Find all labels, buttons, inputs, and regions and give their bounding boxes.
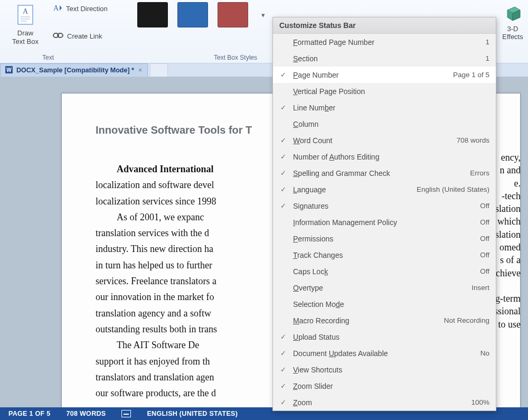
status-word-count[interactable]: 708 WORDS [66,410,106,417]
text-box-icon: A [16,0,34,29]
svg-text:A: A [23,7,29,15]
menu-item-label: Track Changes [293,251,476,259]
effects-3d-label: 3-D Effects [502,25,523,41]
style-swatch-red[interactable] [218,2,248,27]
status-bar-menu-item[interactable]: Macro RecordingNot Recording [273,312,496,329]
status-page[interactable]: PAGE 1 OF 5 [8,410,50,417]
menu-item-label: Spelling and Grammar Check [293,169,466,178]
draw-text-box-button[interactable]: A Draw Text Box [4,0,46,45]
check-icon: ✓ [273,398,293,406]
status-bar-menu-item[interactable]: ✓Line Number [273,99,496,116]
menu-item-label: View Shortcuts [293,366,485,374]
status-bar-menu-item[interactable]: ✓Number of Authors Editing [273,148,496,165]
doc-right-fragments: ency, n and e. -tech slation which slati… [494,151,521,331]
check-icon: ✓ [273,153,293,161]
menu-item-value: 1 [481,54,489,62]
status-bar-menu-item[interactable]: Track ChangesOff [273,247,496,263]
status-proofing-icon[interactable] [121,410,131,417]
text-group-label: Text [42,54,54,61]
cube-icon [502,2,524,24]
menu-item-value: Off [476,251,489,259]
menu-item-label: Document Updates Available [293,349,476,358]
status-bar-menu-item[interactable]: ✓Zoom100% [273,394,496,410]
status-language[interactable]: ENGLISH (UNITED STATES) [147,410,238,417]
status-bar-menu-item[interactable]: Selection Mode [273,296,496,312]
menu-item-label: Information Management Policy [293,218,476,227]
check-icon: ✓ [273,71,293,79]
status-bar-menu-item[interactable]: ✓Document Updates AvailableNo [273,345,496,361]
menu-item-label: Permissions [293,235,476,243]
check-icon: ✓ [273,382,293,390]
menu-item-value: Page 1 of 5 [449,71,489,79]
svg-text:A: A [53,4,59,12]
tab-close-button[interactable]: × [137,67,143,74]
check-icon: ✓ [273,202,293,210]
check-icon: ✓ [273,366,293,374]
status-bar-menu-item[interactable]: Section1 [273,50,496,67]
menu-item-label: Zoom [293,398,467,407]
menu-item-value: 1 [481,38,489,46]
menu-item-label: Line Number [293,104,485,112]
link-icon [52,32,64,41]
check-icon: ✓ [273,333,293,341]
text-direction-button[interactable]: A Text Direction [50,2,110,15]
check-icon: ✓ [273,169,293,177]
status-bar-menu-item[interactable]: Formatted Page Number1 [273,34,496,50]
document-tab-title: DOCX_Sample [Compatibility Mode] * [16,67,134,74]
menu-item-value: English (United States) [412,185,489,193]
check-icon: ✓ [273,136,293,144]
menu-item-label: Page Number [293,71,449,79]
status-bar-menu-item[interactable]: ✓Zoom Slider [273,378,496,394]
word-doc-icon: W [5,66,13,76]
status-bar-menu-item[interactable]: ✓Page NumberPage 1 of 5 [273,67,496,83]
menu-item-label: Signatures [293,202,476,210]
menu-item-value: Insert [467,284,489,292]
document-tab-active[interactable]: W DOCX_Sample [Compatibility Mode] * × [0,63,148,77]
menu-item-label: Language [293,185,412,194]
text-direction-label: Text Direction [66,5,108,13]
menu-item-label: Overtype [293,284,467,292]
menu-item-value: Not Recording [440,316,489,324]
status-bar-menu-item[interactable]: ✓SignaturesOff [273,198,496,214]
menu-item-label: Upload Status [293,333,485,341]
menu-item-label: Zoom Slider [293,382,485,390]
text-box-styles-label: Text Box Styles [214,54,257,61]
create-link-button[interactable]: Create Link [50,31,104,42]
text-direction-icon: A [52,3,63,14]
menu-header: Customize Status Bar [273,17,496,34]
svg-text:W: W [6,67,12,73]
menu-item-value: 708 words [452,136,489,144]
status-bar-menu-item[interactable]: Vertical Page Position [273,83,496,99]
menu-item-label: Column [293,120,485,128]
status-bar-menu-item[interactable]: ✓View Shortcuts [273,361,496,378]
status-bar-menu-item[interactable]: Information Management PolicyOff [273,214,496,230]
menu-item-value: Off [476,235,489,242]
status-bar-menu-item[interactable]: PermissionsOff [273,230,496,247]
check-icon: ✓ [273,104,293,111]
menu-item-label: Word Count [293,136,452,145]
status-bar-menu-item[interactable]: ✓Upload Status [273,329,496,345]
draw-text-box-label: Draw Text Box [12,29,39,45]
menu-item-value: Off [476,202,489,210]
style-swatch-blue[interactable] [177,2,208,27]
menu-item-label: Vertical Page Position [293,87,485,96]
gallery-more-button[interactable]: ▾ [258,11,268,19]
status-bar-menu-item[interactable]: Column [273,116,496,132]
effects-3d-button[interactable]: 3-D Effects [502,2,524,41]
status-bar-menu-item[interactable]: ✓Spelling and Grammar CheckErrors [273,165,496,181]
text-box-styles-gallery[interactable]: ▾ [137,2,268,27]
menu-item-label: Number of Authors Editing [293,153,485,161]
menu-item-label: Section [293,54,481,63]
status-bar-menu-item[interactable]: Caps LockOff [273,263,496,279]
check-icon: ✓ [273,185,293,193]
status-bar-menu-item[interactable]: ✓Word Count708 words [273,132,496,148]
menu-item-label: Macro Recording [293,316,440,325]
style-swatch-black[interactable] [137,2,168,27]
status-bar-menu-item[interactable]: OvertypeInsert [273,279,496,296]
menu-item-label: Formatted Page Number [293,38,481,46]
new-tab-button[interactable] [150,63,168,77]
check-icon: ✓ [273,349,293,357]
book-icon [121,410,131,417]
status-bar-menu-item[interactable]: ✓LanguageEnglish (United States) [273,181,496,198]
menu-item-label: Caps Lock [293,267,476,276]
